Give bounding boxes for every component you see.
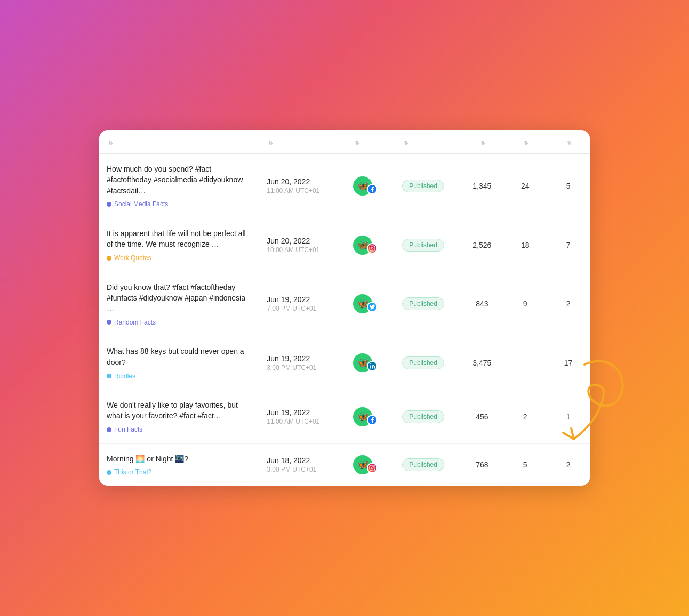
tag-dot	[107, 320, 111, 325]
col-likes[interactable]: ⇅	[460, 130, 503, 154]
published-at-cell: Jun 19, 2022 7:00 PM UTC+01	[259, 272, 346, 336]
post-tag[interactable]: Riddles	[107, 372, 135, 380]
channel-icons: 🦋	[353, 236, 387, 255]
channel-secondary-icon	[367, 184, 378, 194]
col-channel[interactable]: ⇅	[346, 130, 395, 154]
status-badge: Published	[402, 239, 444, 252]
channel-secondary-icon	[367, 302, 378, 312]
table-row[interactable]: Morning 🌅 or Night 🌃? This or That? Jun …	[99, 443, 590, 486]
published-at-cell: Jun 20, 2022 10:00 AM UTC+01	[259, 218, 346, 272]
svg-rect-4	[370, 465, 375, 471]
likes-cell: 2,526	[460, 218, 503, 272]
channel-cell: 🦋	[346, 336, 395, 390]
published-at-cell: Jun 18, 2022 3:00 PM UTC+01	[259, 443, 346, 486]
post-text: It is apparent that life will not be per…	[107, 228, 252, 250]
channel-secondary-icon	[367, 243, 378, 254]
tag-label: Random Facts	[114, 319, 156, 326]
col-status[interactable]: ⇅	[395, 130, 460, 154]
col-published-at[interactable]: ⇅	[259, 130, 346, 154]
post-text: We don't really like to play favorites, …	[107, 400, 252, 422]
post-tag[interactable]: Work Quotes	[107, 254, 151, 262]
status-cell: Published	[395, 154, 460, 218]
table-body: How much do you spend? #fact #factofthed…	[99, 154, 590, 486]
svg-point-3	[370, 363, 371, 364]
comments-cell: 18	[503, 218, 547, 272]
svg-point-5	[371, 467, 373, 469]
table-row[interactable]: It is apparent that life will not be per…	[99, 218, 590, 272]
tag-label: Work Quotes	[114, 254, 151, 262]
status-badge: Published	[402, 458, 444, 471]
channel-cell: 🦋	[346, 272, 395, 336]
post-date: Jun 18, 2022	[267, 456, 338, 465]
status-badge: Published	[402, 410, 444, 423]
tag-label: Fun Facts	[114, 426, 142, 433]
shares-cell: 5	[547, 154, 590, 218]
table-wrap: ⇅ ⇅ ⇅ ⇅ ⇅	[99, 130, 590, 486]
shares-cell: 2	[547, 443, 590, 486]
tag-label: Riddles	[114, 372, 135, 380]
post-date: Jun 19, 2022	[267, 295, 338, 304]
col-comments[interactable]: ⇅	[503, 130, 547, 154]
shares-sort-icon: ⇅	[567, 140, 572, 146]
svg-point-6	[373, 466, 374, 467]
shares-cell: 1	[547, 390, 590, 444]
svg-point-2	[373, 247, 374, 247]
channel-secondary-icon	[367, 415, 378, 425]
channel-secondary-icon	[367, 361, 378, 371]
post-sort-icon: ⇅	[108, 140, 113, 146]
comments-cell: 9	[503, 272, 547, 336]
post-text: Did you know that? #fact #factoftheday #…	[107, 282, 252, 314]
post-time: 11:00 AM UTC+01	[267, 418, 338, 425]
tag-dot	[107, 427, 111, 432]
post-time: 3:00 PM UTC+01	[267, 466, 338, 473]
post-tag[interactable]: This or That?	[107, 468, 151, 476]
comments-cell	[503, 336, 547, 390]
likes-cell: 1,345	[460, 154, 503, 218]
post-cell: Did you know that? #fact #factoftheday #…	[99, 272, 259, 336]
post-date: Jun 20, 2022	[267, 237, 338, 245]
col-post[interactable]: ⇅	[99, 130, 259, 154]
channel-icons: 🦋	[353, 455, 387, 474]
table-row[interactable]: What has 88 keys but could never open a …	[99, 336, 590, 390]
likes-cell: 768	[460, 443, 503, 486]
table-row[interactable]: Did you know that? #fact #factoftheday #…	[99, 272, 590, 336]
table-row[interactable]: How much do you spend? #fact #factofthed…	[99, 154, 590, 218]
post-cell: We don't really like to play favorites, …	[99, 390, 259, 444]
post-date: Jun 20, 2022	[267, 177, 338, 186]
channel-icons: 🦋	[353, 176, 387, 196]
status-badge: Published	[402, 180, 444, 192]
posts-table: ⇅ ⇅ ⇅ ⇅ ⇅	[99, 130, 590, 486]
post-cell: How much do you spend? #fact #factofthed…	[99, 154, 259, 218]
tag-dot	[107, 470, 111, 475]
post-tag[interactable]: Random Facts	[107, 319, 156, 326]
channel-cell: 🦋	[346, 218, 395, 272]
shares-cell: 17	[547, 336, 590, 390]
status-cell: Published	[395, 218, 460, 272]
status-cell: Published	[395, 272, 460, 336]
svg-rect-0	[370, 246, 375, 251]
post-cell: Morning 🌅 or Night 🌃? This or That?	[99, 443, 259, 486]
status-sort-icon: ⇅	[404, 140, 408, 146]
comments-sort-icon: ⇅	[524, 140, 528, 146]
post-tag[interactable]: Social Media Facts	[107, 200, 168, 208]
published-at-cell: Jun 19, 2022 3:00 PM UTC+01	[259, 336, 346, 390]
tag-dot	[107, 256, 111, 261]
published-at-cell: Jun 20, 2022 11:00 AM UTC+01	[259, 154, 346, 218]
tag-dot	[107, 374, 111, 378]
col-shares[interactable]: ⇅	[547, 130, 590, 154]
channel-cell: 🦋	[346, 390, 395, 444]
post-time: 11:00 AM UTC+01	[267, 187, 338, 194]
status-badge: Published	[402, 356, 444, 369]
post-cell: It is apparent that life will not be per…	[99, 218, 259, 272]
tag-dot	[107, 202, 111, 207]
likes-cell: 843	[460, 272, 503, 336]
channel-icons: 🦋	[353, 353, 387, 372]
post-tag[interactable]: Fun Facts	[107, 426, 142, 433]
post-date: Jun 19, 2022	[267, 408, 338, 417]
comments-cell: 24	[503, 154, 547, 218]
tag-label: This or That?	[114, 468, 151, 476]
status-cell: Published	[395, 443, 460, 486]
main-card: ⇅ ⇅ ⇅ ⇅ ⇅	[99, 130, 590, 486]
table-row[interactable]: We don't really like to play favorites, …	[99, 390, 590, 444]
published-at-cell: Jun 19, 2022 11:00 AM UTC+01	[259, 390, 346, 444]
